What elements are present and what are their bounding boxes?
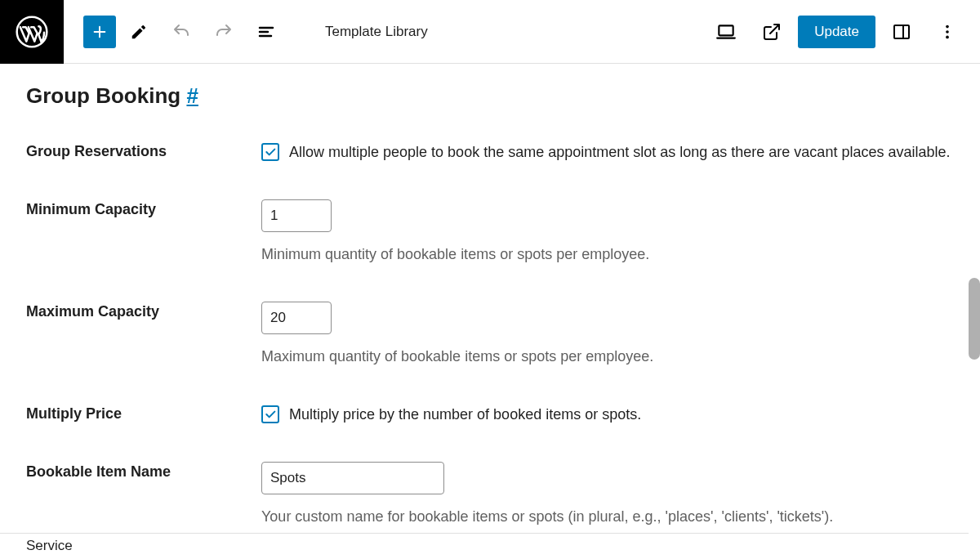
group-reservations-checkbox[interactable] [261,143,279,161]
field-minimum-capacity: Minimum Capacity Minimum quantity of boo… [26,199,954,266]
edit-tools-button[interactable] [119,12,158,51]
settings-sidebar-button[interactable] [882,12,921,51]
field-content: Multiply price by the number of booked i… [261,404,954,426]
multiply-price-checkbox[interactable] [261,405,279,423]
svg-rect-1 [719,25,733,35]
editor-top-bar: Template Library Update [0,0,980,64]
undo-button[interactable] [162,12,201,51]
check-icon [264,408,277,421]
svg-point-4 [946,30,949,34]
external-link-button[interactable] [752,12,791,51]
field-content: Minimum quantity of bookable items or sp… [261,199,954,266]
section-heading: Group Booking # [26,83,954,109]
update-button[interactable]: Update [798,16,875,48]
more-options-button[interactable] [928,12,967,51]
pencil-icon [130,23,148,41]
checkbox-label: Allow multiple people to book the same a… [289,141,950,163]
plus-icon [91,23,109,41]
field-label: Minimum Capacity [26,199,261,218]
right-toolbar: Update [706,12,967,51]
svg-rect-2 [894,25,909,38]
minimum-capacity-input[interactable] [261,199,332,232]
field-label: Multiply Price [26,404,261,423]
scrollbar-thumb[interactable] [969,278,980,360]
document-overview-button[interactable] [247,12,286,51]
wp-logo-button[interactable] [0,0,64,64]
field-content: Your custom name for bookable items or s… [261,462,954,528]
redo-icon [214,22,234,42]
checkbox-row: Multiply price by the number of booked i… [261,404,954,426]
add-block-button[interactable] [83,16,116,48]
field-maximum-capacity: Maximum Capacity Maximum quantity of boo… [26,302,954,368]
field-label: Group Reservations [26,141,261,160]
sidebar-icon [892,22,911,42]
field-multiply-price: Multiply Price Multiply price by the num… [26,404,954,426]
left-toolbar [83,12,286,51]
section-title-text: Group Booking [26,83,180,108]
field-description: Minimum quantity of bookable items or sp… [261,244,954,266]
svg-point-3 [946,25,949,28]
field-group-reservations: Group Reservations Allow multiple people… [26,141,954,163]
field-bookable-item-name: Bookable Item Name Your custom name for … [26,462,954,528]
editor-content: Group Booking # Group Reservations Allow… [0,64,980,533]
more-vertical-icon [938,23,956,41]
field-label: Maximum Capacity [26,302,261,320]
field-description: Maximum quantity of bookable items or sp… [261,346,954,368]
section-anchor-link[interactable]: # [186,83,198,108]
bookable-item-name-input[interactable] [261,462,444,494]
page-title: Template Library [325,24,428,40]
redo-button[interactable] [204,12,243,51]
view-button[interactable] [706,12,746,51]
wordpress-icon [16,16,48,48]
maximum-capacity-input[interactable] [261,302,332,334]
field-content: Maximum quantity of bookable items or sp… [261,302,954,368]
field-description: Your custom name for bookable items or s… [261,506,954,528]
undo-icon [172,22,191,42]
svg-point-5 [946,35,949,38]
laptop-icon [715,21,737,42]
external-link-icon [762,22,782,42]
checkbox-row: Allow multiple people to book the same a… [261,141,954,163]
field-content: Allow multiple people to book the same a… [261,141,954,163]
field-label: Bookable Item Name [26,462,261,481]
checkbox-label: Multiply price by the number of booked i… [289,404,641,426]
check-icon [264,145,277,159]
outline-icon [256,22,276,42]
